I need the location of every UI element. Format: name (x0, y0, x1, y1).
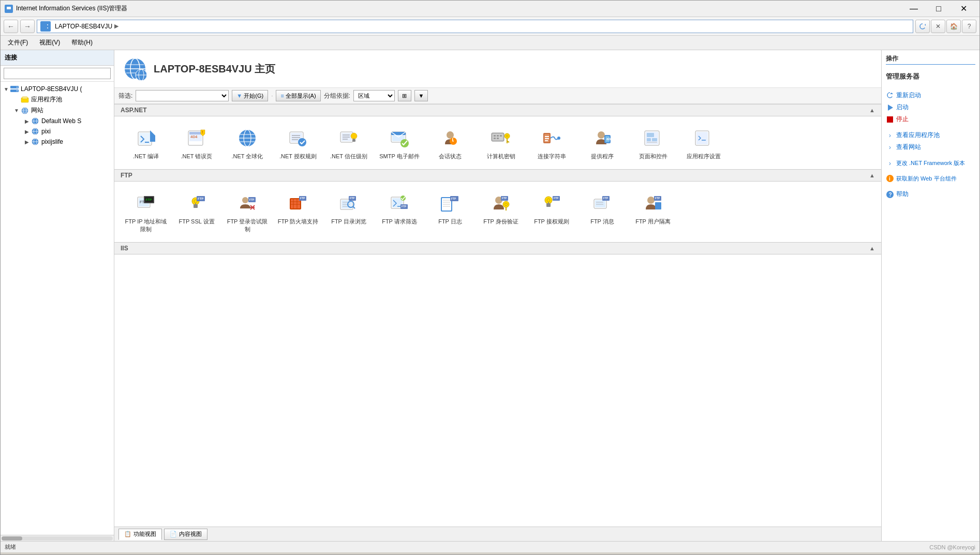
change-dotnet-label[interactable]: 更改 .NET Framework 版本 (896, 159, 965, 167)
showall-label: 全部显示(A) (286, 92, 316, 100)
search-area (1, 66, 114, 82)
menu-file[interactable]: 文件(F) (3, 36, 33, 49)
icon-ftp-msg[interactable]: FTP FTP 消息 (579, 188, 626, 236)
tree-item-server[interactable]: ▼ LAPTOP-8ESB4VJU ( (1, 84, 114, 94)
content-view-icon: 📄 (170, 531, 177, 537)
icon-session[interactable]: 会话状态 (427, 123, 473, 163)
icon-net-error[interactable]: 404 ! .NET 错误页 (173, 123, 220, 163)
action-get-platform[interactable]: i 获取新的 Web 平台组件 (886, 173, 975, 184)
icon-label-ftp-authz: FTP 接权规则 (534, 218, 569, 225)
icon-ftp-user[interactable]: FTP FTP 用户隔离 (630, 188, 676, 236)
svg-rect-113 (194, 204, 198, 208)
close-button[interactable]: ✕ (952, 1, 975, 17)
icon-ftp-filter[interactable]: FTP FTP 请求筛选 (376, 188, 423, 236)
icon-net-trust[interactable]: .NET 信任级别 (325, 123, 372, 163)
icon-ftp-log[interactable]: FTP FTP 日志 (427, 188, 473, 236)
icon-pages[interactable]: 页面和控件 (630, 123, 676, 163)
icon-label-connstr: 连接字符串 (538, 153, 566, 160)
icon-net-auth[interactable]: .NET 授权规则 (275, 123, 321, 163)
show-all-button[interactable]: ≡ 全部显示(A) (276, 90, 320, 101)
svg-text:FTP: FTP (554, 197, 559, 200)
icon-label-net-global: .NET 全球化 (232, 153, 263, 160)
view-apppool-label[interactable]: 查看应用程序池 (896, 131, 940, 140)
icon-ftp-login[interactable]: FTP FTP 登录尝试限制 (224, 188, 271, 236)
icon-net-global[interactable]: .NET 全球化 (224, 123, 271, 163)
defaultweb-icon (31, 117, 40, 125)
stop-loading-button[interactable]: ✕ (931, 20, 945, 33)
action-help[interactable]: ? 帮助 (886, 188, 975, 200)
start-filter-button[interactable]: ▼ 开始(G) (232, 90, 268, 101)
tab-feature-view[interactable]: 📋 功能视图 (118, 529, 162, 540)
restart-label[interactable]: 重新启动 (896, 91, 921, 100)
back-button[interactable]: ← (4, 20, 18, 33)
forward-button[interactable]: → (20, 20, 35, 33)
icon-ftp-ip[interactable]: FTP FTP FTP IP 地址和域限制 (123, 188, 169, 236)
icon-machinekey[interactable]: 计算机密钥 (478, 123, 524, 163)
address-field[interactable]: LAPTOP-8ESB4VJU ▶ (37, 20, 913, 33)
action-view-apppool[interactable]: › 查看应用程序池 (886, 129, 975, 141)
action-stop[interactable]: 停止 (886, 113, 975, 125)
view-dropdown-button[interactable]: ▼ (414, 90, 428, 101)
left-panel: 连接 ▼ LAPTOP-8ESB4VJU ( (1, 50, 114, 541)
stop-label[interactable]: 停止 (896, 115, 909, 124)
svg-text:?: ? (889, 192, 892, 198)
home-button[interactable]: 🏠 (946, 20, 961, 33)
action-change-dotnet[interactable]: › 更改 .NET Framework 版本 (886, 157, 975, 169)
svg-text:404: 404 (190, 134, 198, 139)
view-icon-button[interactable]: ⊞ (398, 90, 411, 101)
action-restart[interactable]: 重新启动 (886, 89, 975, 101)
help-addr-button[interactable]: ? (962, 20, 976, 33)
svg-rect-100 (652, 138, 657, 141)
group-select[interactable]: 区域 (353, 90, 395, 101)
menu-help[interactable]: 帮助(H) (66, 36, 98, 49)
tab-content-view[interactable]: 📄 内容视图 (164, 529, 207, 540)
svg-point-91 (557, 137, 560, 140)
action-start[interactable]: 启动 (886, 101, 975, 113)
feature-view-icon: 📋 (124, 531, 131, 537)
help-label[interactable]: 帮助 (896, 190, 909, 199)
search-input[interactable] (4, 68, 111, 79)
left-hscroll-area[interactable] (1, 535, 114, 541)
section-iis-collapse[interactable]: ▲ (869, 245, 875, 251)
refresh-button[interactable] (915, 20, 930, 33)
toggle-sites[interactable]: ▼ (13, 107, 20, 114)
icon-appsettings[interactable]: 应用程序设置 (680, 123, 727, 163)
get-platform-label[interactable]: 获取新的 Web 平台组件 (896, 175, 957, 183)
tree-item-sites[interactable]: ▼ 网站 (1, 105, 114, 116)
toggle-pixi[interactable]: ▶ (23, 128, 31, 135)
icon-connstr[interactable]: 连接字符串 (528, 123, 575, 163)
maximize-button[interactable]: □ (927, 1, 951, 17)
icon-smtp[interactable]: SMTP 电子邮件 (376, 123, 423, 163)
view-sites-label[interactable]: 查看网站 (896, 143, 921, 152)
tree-item-pixijslife[interactable]: ▶ pixijslife (1, 137, 114, 147)
section-aspnet-collapse[interactable]: ▲ (869, 107, 875, 113)
toggle-server[interactable]: ▼ (3, 85, 10, 93)
menu-view[interactable]: 视图(V) (34, 36, 65, 49)
start-label[interactable]: 启动 (896, 103, 909, 112)
filter-bar: 筛选: ▼ 开始(G) · ≡ 全部显示(A) 分组依据: 区域 ⊞ (114, 88, 881, 104)
left-hscrollbar[interactable] (2, 536, 113, 541)
bottom-tabs: 📋 功能视图 📄 内容视图 (114, 527, 881, 541)
icon-label-ftp-msg: FTP 消息 (590, 218, 614, 225)
filter-select[interactable] (136, 90, 229, 101)
icon-net-compile[interactable]: .NET 编译 (123, 123, 169, 163)
icon-ftp-ssl[interactable]: FTP FTP SSL 设置 (173, 188, 220, 236)
icon-ftp-firewall[interactable]: FTP FTP 防火墙支持 (275, 188, 321, 236)
svg-text:FTP: FTP (350, 197, 355, 200)
toggle-defaultweb[interactable]: ▶ (23, 117, 31, 125)
toggle-pixijslife[interactable]: ▶ (23, 138, 31, 145)
icon-provider[interactable]: ab 提供程序 (579, 123, 626, 163)
tree-item-defaultweb[interactable]: ▶ Default Web S (1, 116, 114, 126)
action-view-sites[interactable]: › 查看网站 (886, 141, 975, 153)
filter-divider: · (271, 92, 273, 99)
section-ftp-collapse[interactable]: ▲ (869, 172, 875, 178)
icon-ftp-authz[interactable]: FTP FTP 接权规则 (528, 188, 575, 236)
icon-ftp-auth[interactable]: FTP FTP 身份验证 (478, 188, 524, 236)
toggle-apppool (13, 96, 20, 103)
icon-label-ftp-login: FTP 登录尝试限制 (226, 218, 269, 233)
tree-item-apppool[interactable]: 应用程序池 (1, 94, 114, 105)
minimize-button[interactable]: — (902, 1, 926, 17)
icon-ftp-dir[interactable]: FTP FTP 目录浏览 (325, 188, 372, 236)
icon-label-ftp-dir: FTP 目录浏览 (331, 218, 366, 225)
tree-item-pixi[interactable]: ▶ pixi (1, 126, 114, 137)
